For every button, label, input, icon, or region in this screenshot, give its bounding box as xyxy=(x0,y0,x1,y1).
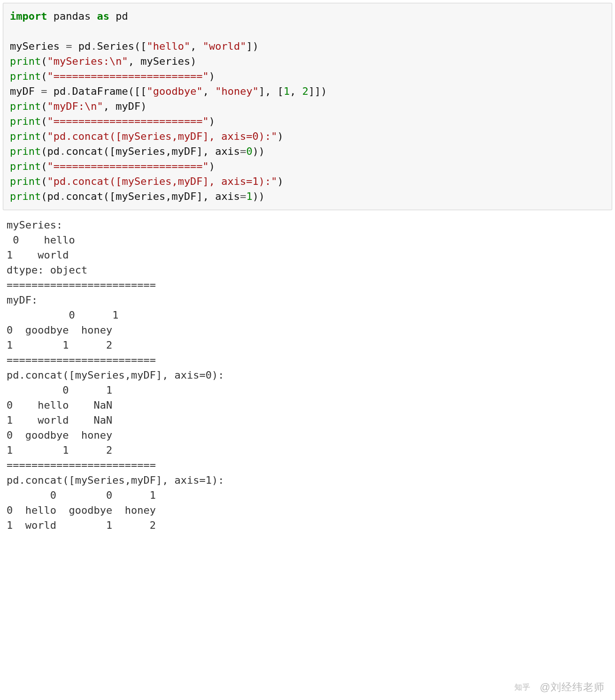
kw-import: import xyxy=(10,10,47,22)
code-cell: import pandas as pd mySeries = pd.Series… xyxy=(3,3,612,210)
kw-as: as xyxy=(97,10,109,22)
svg-text:知乎: 知乎 xyxy=(515,683,530,691)
zhihu-logo-icon: 知乎 xyxy=(515,681,536,696)
fn-print: print xyxy=(10,55,41,67)
zhihu-watermark: 知乎 @刘经纬老师 xyxy=(515,680,605,696)
output-text: mySeries: 0 hello 1 world dtype: object … xyxy=(7,218,608,533)
output-cell: mySeries: 0 hello 1 world dtype: object … xyxy=(0,210,615,561)
watermark-text: @刘经纬老师 xyxy=(540,681,605,693)
code-block: import pandas as pd mySeries = pd.Series… xyxy=(10,9,605,204)
